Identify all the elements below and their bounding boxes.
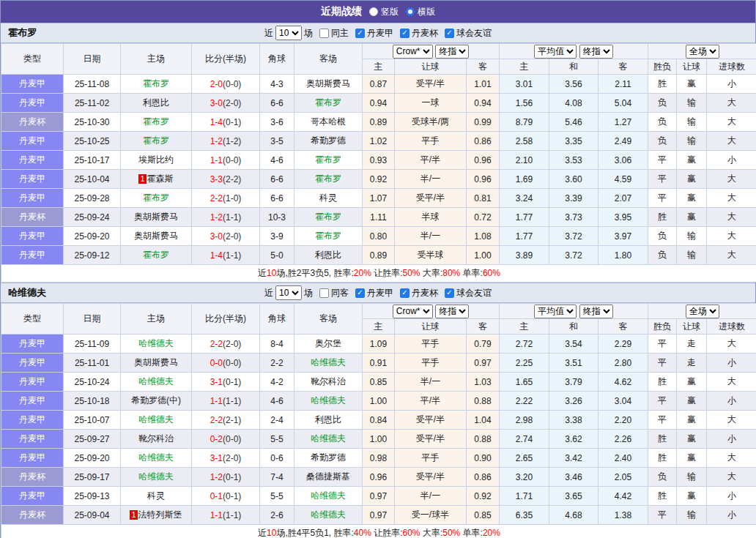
- away-team-name: 科灵: [319, 193, 337, 203]
- average-odds-cell: 3.54: [549, 335, 598, 354]
- average-select[interactable]: 平均值: [534, 45, 577, 59]
- fulltime-score: 3-1: [210, 377, 223, 387]
- result-cell: 赢: [677, 208, 707, 227]
- col-corner: 角球: [260, 44, 294, 75]
- fulltime-score: 1-2: [210, 136, 223, 146]
- away-team-name: 奥尔堡: [315, 338, 341, 348]
- home-team-name: 哈维德夫: [138, 414, 174, 425]
- home-team-name: 霍布罗: [143, 78, 169, 89]
- final-index-select-2[interactable]: 终指: [579, 45, 613, 59]
- corner-cell: 5-5: [260, 430, 294, 449]
- away-team-name: 利恩比: [315, 414, 341, 425]
- away-team-cell: 奥尔堡: [294, 335, 363, 354]
- result-cell: 大: [707, 411, 756, 430]
- average-header: 平均值 终指: [500, 44, 648, 59]
- final-index-select[interactable]: 终指: [435, 305, 469, 318]
- table-row: 丹麦甲25-11-01奥胡斯费马0-0(0-0)2-2哈维德夫0.91平手0.9…: [1, 354, 756, 373]
- away-team-name: 哈维德夫: [311, 509, 346, 520]
- average-odds-cell: 3.79: [549, 373, 598, 392]
- result-cell: 小: [707, 75, 756, 94]
- filter-checkbox[interactable]: ✓: [400, 29, 410, 38]
- full-match-select[interactable]: 全场: [686, 305, 719, 318]
- col-date: 日期: [64, 304, 121, 335]
- final-index-select[interactable]: 终指: [435, 45, 469, 59]
- home-team-cell: 奥胡斯费马: [121, 227, 192, 246]
- away-team-name: 希勤罗德: [311, 135, 346, 146]
- crow-select[interactable]: Crow*: [393, 305, 433, 318]
- halftime-score: (2-0): [223, 339, 241, 349]
- radio-horizontal[interactable]: 横版: [406, 6, 435, 18]
- result-cell: 负: [648, 246, 677, 265]
- filter-checkbox[interactable]: ✓: [355, 29, 365, 38]
- halftime-score: (0-0): [223, 434, 241, 444]
- odds-cell: 0.97: [363, 487, 395, 506]
- filter-label[interactable]: 同主: [331, 27, 349, 40]
- fulltime-score: 1-1: [210, 155, 223, 165]
- unit-label: 场: [304, 27, 313, 40]
- average-odds-cell: 3.20: [500, 468, 549, 487]
- away-team-name: 希勤罗德: [311, 452, 346, 463]
- filter-bar: 近 10 场 同客✓丹麦甲✓丹麦杯✓球会友谊: [264, 285, 492, 300]
- filter-checkbox[interactable]: ✓: [400, 288, 410, 298]
- table-row: 丹麦甲25-11-02利恩比3-0(2-0)6-6霍布罗0.94一球0.941.…: [1, 94, 756, 113]
- halftime-score: (1-0): [223, 193, 241, 203]
- full-match-select[interactable]: 全场: [686, 45, 719, 59]
- sub-away-avg: 客: [598, 319, 648, 335]
- home-team-name: 霍布罗: [143, 193, 169, 203]
- match-count-select[interactable]: 10: [275, 285, 302, 300]
- filter-checkbox[interactable]: [319, 288, 329, 298]
- filter-label[interactable]: 球会友谊: [456, 287, 492, 299]
- odds-cell: 1.03: [467, 373, 500, 392]
- final-index-select-2[interactable]: 终指: [579, 305, 613, 318]
- filter-label[interactable]: 丹麦杯: [412, 287, 438, 299]
- score-cell: 3-0(2-0): [192, 227, 260, 246]
- average-odds-cell: 3.53: [549, 151, 598, 170]
- date-cell: 25-09-12: [64, 246, 121, 265]
- result-cell: 小: [707, 487, 756, 506]
- match-count-select[interactable]: 10: [275, 26, 302, 40]
- result-cell: 小: [707, 151, 756, 170]
- radio-horizontal-label[interactable]: 横版: [418, 6, 435, 18]
- col-date: 日期: [64, 44, 121, 75]
- date-cell: 25-10-18: [64, 392, 121, 411]
- away-team-name: 哈维德夫: [311, 395, 346, 406]
- full-match-header: 全场: [648, 304, 756, 319]
- filter-checkbox[interactable]: ✓: [445, 29, 454, 38]
- filter-checkbox[interactable]: [319, 29, 329, 38]
- home-team-cell: 哈维德夫: [121, 468, 192, 487]
- radio-vertical-icon[interactable]: [369, 7, 378, 16]
- odds-cell: 0.94: [363, 94, 395, 113]
- home-team-cell: 哈维德夫: [121, 373, 192, 392]
- filter-label[interactable]: 球会友谊: [456, 27, 492, 40]
- result-cell: 走: [677, 335, 707, 354]
- filter-label[interactable]: 丹麦甲: [367, 27, 393, 40]
- filter-checkbox[interactable]: ✓: [445, 288, 454, 298]
- filter-label[interactable]: 丹麦杯: [412, 27, 438, 40]
- away-team-cell: 哈维德夫: [294, 392, 363, 411]
- summary-text: 近: [258, 268, 267, 278]
- filter-checkbox[interactable]: ✓: [355, 288, 365, 298]
- sub-home-avg: 主: [500, 319, 549, 335]
- filter-label[interactable]: 同客: [331, 287, 349, 299]
- radio-vertical-label[interactable]: 竖版: [381, 6, 399, 18]
- result-cell: 胜: [648, 373, 677, 392]
- sub-winlose: 胜负: [648, 59, 677, 75]
- result-cell: 平: [648, 151, 677, 170]
- average-odds-cell: 3.35: [549, 132, 598, 151]
- halftime-score: (2-1): [223, 415, 241, 425]
- table-row: 丹麦甲25-09-20哈维德夫3-1(2-0)0-6希勤罗德0.98平手0.90…: [1, 449, 756, 468]
- average-select[interactable]: 平均值: [534, 305, 577, 318]
- crow-select[interactable]: Crow*: [393, 45, 433, 59]
- home-team-name: 希勤罗德(中): [131, 395, 181, 406]
- rank-badge: 1: [130, 510, 137, 520]
- corner-cell: 3-9: [260, 227, 294, 246]
- score-cell: 2-2(2-0): [192, 335, 260, 354]
- result-cell: 赢: [677, 170, 707, 189]
- radio-vertical[interactable]: 竖版: [369, 6, 399, 18]
- filter-label[interactable]: 丹麦甲: [367, 287, 393, 299]
- table-row: 丹麦甲25-10-24哈维德夫3-1(0-1)4-2靴尔科治0.85半/一1.0…: [1, 373, 756, 392]
- odds-cell: 0.72: [467, 208, 500, 227]
- radio-horizontal-icon[interactable]: [406, 7, 415, 16]
- average-odds-cell: 4.08: [549, 94, 598, 113]
- sub-home-avg: 主: [500, 59, 549, 75]
